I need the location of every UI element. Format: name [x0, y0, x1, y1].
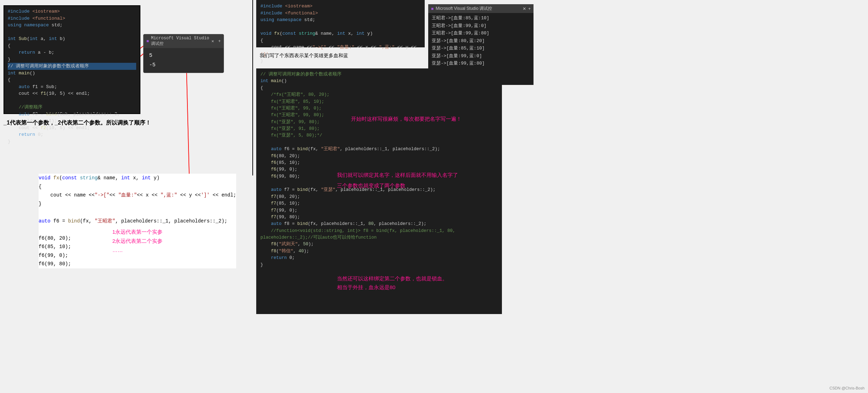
code-line: f8("韩信", 40); [260, 248, 498, 255]
code-line: f7(80, 20); [260, 194, 498, 200]
output-line: 亚瑟->[血量:99,蓝:0] [432, 52, 530, 60]
output-line: 亚瑟->[血量:99,蓝:80] [432, 60, 530, 67]
annotation-right3: 三个参数也就变成了两个参数 [337, 182, 405, 189]
annotation-right4: 当然还可以这样绑定第二个参数，也就是锁血。 [337, 275, 448, 282]
code-line: f6(85, 10); [260, 160, 498, 166]
code-line: #include <iostream> [260, 3, 420, 10]
annotation-right2: 我们就可以绑定其名字，这样后面就不用输入名字了 [337, 172, 458, 179]
code-line: /*fx("王昭君", 80, 20); [260, 92, 498, 98]
code-line: { [260, 85, 498, 92]
annotation-dots: …… [112, 247, 123, 253]
code-line: return 0; [8, 131, 136, 138]
vs-icon: ■ [146, 39, 149, 44]
code-line: fx("亚瑟", 91, 80); [260, 126, 498, 132]
svg-line-3 [186, 53, 190, 189]
code-line: f6(99, 80); [39, 260, 236, 268]
code-line: auto f6 = bind(fx, "王昭君", placeholders::… [39, 217, 236, 226]
panel-border [4, 5, 140, 114]
code-line: f7(99, 80); [260, 214, 498, 221]
output-title-text: Microsoft Visual Studio 调试控 [436, 6, 492, 12]
output-line: 亚瑟->[血量:85,蓝:10] [432, 45, 530, 52]
code-line: f6(80, 20); [260, 153, 498, 160]
code-line: f6(99, 0); [39, 251, 236, 260]
code-line: //function<void(std::string, int)> f8 = … [260, 228, 498, 241]
code-line: { [39, 182, 236, 191]
output-line: 王昭君->[血量:85,蓝:10] [432, 14, 530, 22]
code-line: } [260, 262, 498, 268]
code-line: auto f6 = bind(fx, "王昭君", placeholders::… [260, 146, 498, 153]
vs-popup-title: ■ Microsoft Visual Studio 调试控 ✕ + [144, 34, 224, 48]
annotation-center: 我们写了个东西表示某个英雄更多血和蓝 [260, 53, 348, 59]
vs-popup-dialog: ■ Microsoft Visual Studio 调试控 ✕ + 5 -5 [143, 34, 224, 73]
code-line: f8("武则天", 50); [260, 241, 498, 248]
code-line: return 0; [260, 255, 498, 261]
code-line: int main() [260, 78, 498, 85]
annotation-param1: 1永远代表第一个实参 [112, 229, 163, 235]
topcenter-code-panel: #include <iostream> #include <functional… [256, 0, 425, 47]
annotation-right5: 相当于外挂，血永远是80 [337, 284, 396, 291]
annotation-right1: 开始时这样写很麻烦，每次都要把名字写一遍！ [351, 116, 462, 122]
output-add-button[interactable]: + [528, 6, 531, 11]
output-line: 王昭君->[血量:99,蓝:80] [432, 29, 530, 37]
annotation-placeholders: _1代表第一个参数，_2代表第二个参数。所以调换了顺序！ [4, 119, 151, 127]
output-line-2: -5 [149, 60, 218, 70]
code-line: // 调整可调用对象的参数个数或者顺序 [260, 71, 498, 78]
bottomleft-code-panel: void fx(const string& name, int x, int y… [39, 174, 236, 268]
vs-add-button[interactable]: + [218, 39, 221, 44]
output-line: 亚瑟->[血量:80,蓝:20] [432, 37, 530, 45]
code-line: cout << name <<"->["<< "血量:"<< x << ",蓝:… [39, 191, 236, 200]
code-line: } [8, 138, 136, 145]
annotation-param2: 2永远代表第二个实参 [112, 238, 163, 245]
code-line: void fx(const string& name, int x, int y… [39, 174, 236, 182]
code-line: f7(99, 0); [260, 207, 498, 214]
code-line: auto f8 = bind(fx, placeholders::_1, 80,… [260, 221, 498, 227]
code-line: #include <functional> [260, 10, 420, 17]
vs-popup-body: 5 -5 [144, 48, 224, 73]
output-panel-title: ■ Microsoft Visual Studio 调试控 ✕ + [428, 4, 534, 13]
code-line: { [260, 37, 420, 44]
output-line-1: 5 [149, 51, 218, 60]
vs-icon2: ■ [431, 6, 433, 11]
output-close-button[interactable]: ✕ [523, 6, 526, 11]
code-line: fx("王昭君", 99, 0); [260, 105, 498, 112]
code-line: void fx(const string& name, int x, int y… [260, 30, 420, 37]
code-line: } [39, 200, 236, 208]
code-line: fx("王昭君", 85, 10); [260, 99, 498, 105]
code-line: using namespace std; [260, 16, 420, 24]
vs-close-button[interactable]: ✕ [212, 39, 214, 44]
output-line: 王昭君->[血量:99,蓝:0] [432, 22, 530, 29]
watermark: CSDN @Chris-Bosh [829, 386, 864, 390]
code-line: f7(85, 10); [260, 200, 498, 207]
code-line: fx("亚瑟", 5, 80);*/ [260, 132, 498, 139]
vs-title-text: Microsoft Visual Studio 调试控 [151, 36, 209, 47]
